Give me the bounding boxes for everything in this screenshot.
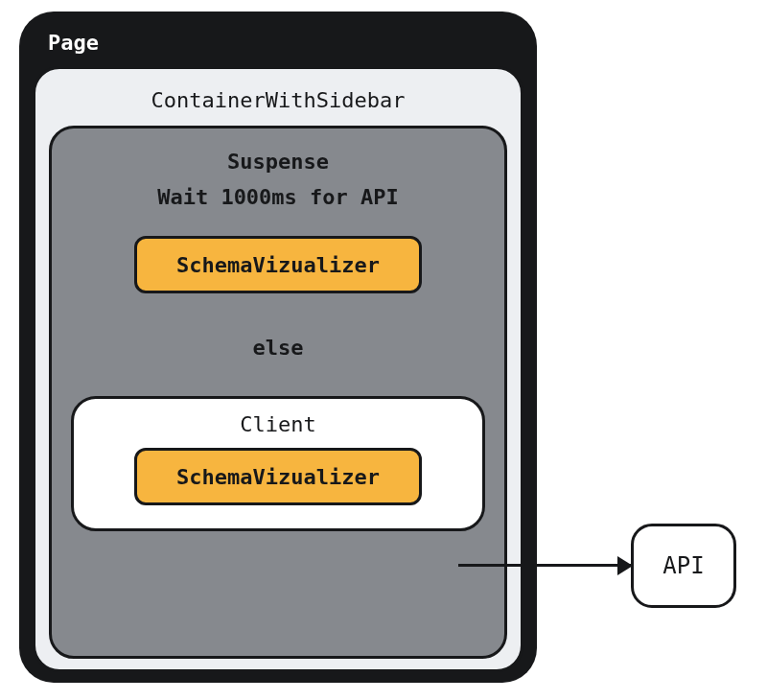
schema-vizualizer-client: SchemaVizualizer — [134, 448, 422, 505]
else-label: else — [253, 336, 304, 360]
suspense-box: Suspense Wait 1000ms for API SchemaVizua… — [49, 126, 507, 659]
api-label: API — [662, 552, 704, 579]
client-box: Client SchemaVizualizer — [71, 396, 485, 531]
container-title: ContainerWithSidebar — [49, 82, 507, 126]
schema-vizualizer-client-label: SchemaVizualizer — [176, 465, 380, 489]
page-box: Page ContainerWithSidebar Suspense Wait … — [19, 12, 537, 683]
page-title: Page — [33, 25, 523, 66]
suspense-title: Suspense — [227, 150, 329, 174]
suspense-wait-label: Wait 1000ms for API — [157, 185, 399, 209]
arrow-to-api-icon — [458, 564, 631, 567]
schema-vizualizer-server-label: SchemaVizualizer — [176, 253, 380, 277]
client-title: Client — [240, 412, 315, 442]
api-box: API — [631, 524, 736, 608]
container-with-sidebar-box: ContainerWithSidebar Suspense Wait 1000m… — [33, 66, 523, 672]
schema-vizualizer-server: SchemaVizualizer — [134, 236, 422, 293]
